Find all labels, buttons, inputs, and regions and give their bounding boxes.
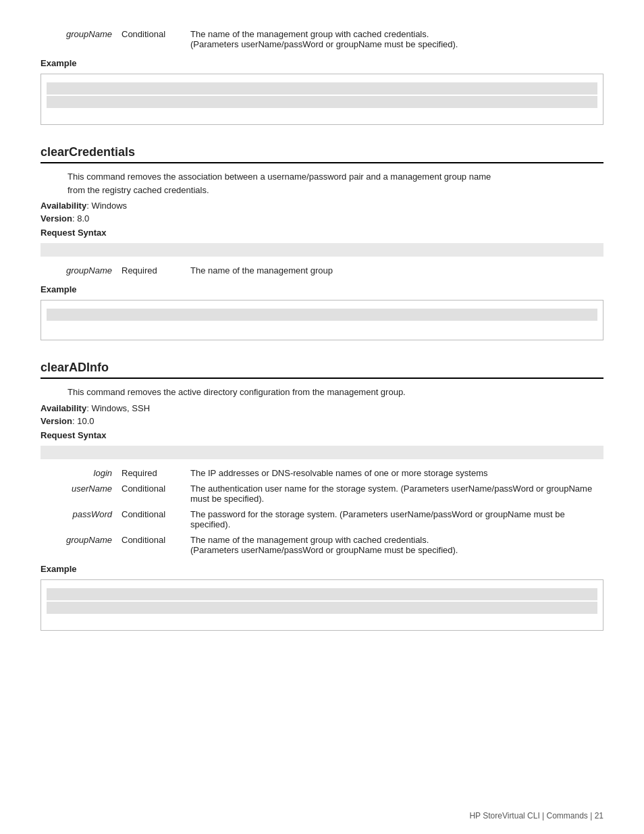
table-row: passWord Conditional The password for th… bbox=[42, 507, 602, 531]
example-row-1 bbox=[47, 82, 597, 95]
example-box-inner-cc bbox=[41, 301, 603, 340]
clearCredentials-param-table: groupName Required The name of the manag… bbox=[41, 262, 603, 279]
param-type: Conditional bbox=[117, 27, 185, 51]
example-row-ad-2 bbox=[47, 602, 597, 614]
param-name-username: userName bbox=[42, 481, 116, 506]
clearCredentials-example-box bbox=[41, 300, 603, 340]
clearADInfo-section: clearADInfo This command removes the act… bbox=[41, 361, 603, 631]
param-desc-username: The authentication user name for the sto… bbox=[186, 481, 602, 506]
top-param-table: groupName Conditional The name of the ma… bbox=[41, 26, 603, 53]
table-row: groupName Required The name of the manag… bbox=[42, 263, 602, 278]
clearCredentials-heading: clearCredentials bbox=[41, 145, 603, 163]
param-name: groupName bbox=[42, 263, 116, 278]
table-row: login Required The IP addresses or DNS-r… bbox=[42, 466, 602, 480]
clearADInfo-param-table-wrapper: login Required The IP addresses or DNS-r… bbox=[41, 465, 603, 558]
param-name-login: login bbox=[42, 466, 116, 480]
availability-label: Availability bbox=[41, 201, 86, 211]
param-desc-groupname: The name of the management group with ca… bbox=[186, 533, 602, 557]
clearCredentials-example-label: Example bbox=[41, 284, 603, 294]
clearADInfo-heading: clearADInfo bbox=[41, 361, 603, 379]
param-desc: The name of the management group bbox=[186, 263, 602, 278]
param-type-groupname: Conditional bbox=[117, 533, 185, 557]
example-box-inner bbox=[41, 74, 603, 124]
param-type-login: Required bbox=[117, 466, 185, 480]
example-row-2 bbox=[47, 96, 597, 108]
param-desc: The name of the management group with ca… bbox=[186, 27, 602, 51]
param-type: Required bbox=[117, 263, 185, 278]
param-type-password: Conditional bbox=[117, 507, 185, 531]
clearCredentials-param-table-wrapper: groupName Required The name of the manag… bbox=[41, 262, 603, 279]
table-row: groupName Conditional The name of the ma… bbox=[42, 533, 602, 557]
example-box-top bbox=[41, 74, 603, 125]
clearADInfo-availability-label: Availability bbox=[41, 403, 86, 413]
clearADInfo-version-label: Version bbox=[41, 416, 72, 426]
example-spacer-cc bbox=[47, 322, 597, 333]
example-box-inner-ad bbox=[41, 580, 603, 630]
example-row-cc-1 bbox=[47, 309, 597, 321]
clearADInfo-version: Version: 10.0 bbox=[41, 416, 603, 426]
param-name-groupname: groupName bbox=[42, 533, 116, 557]
clearCredentials-request-syntax-label: Request Syntax bbox=[41, 228, 603, 238]
clearADInfo-example-label: Example bbox=[41, 564, 603, 574]
top-section: groupName Conditional The name of the ma… bbox=[41, 26, 603, 125]
table-row: groupName Conditional The name of the ma… bbox=[42, 27, 602, 51]
clearADInfo-availability: Availability: Windows, SSH bbox=[41, 403, 603, 413]
clearCredentials-section: clearCredentials This command removes th… bbox=[41, 145, 603, 340]
example-spacer bbox=[47, 109, 597, 118]
clearADInfo-request-syntax-label: Request Syntax bbox=[41, 430, 603, 440]
clearADInfo-desc: This command removes the active director… bbox=[68, 386, 603, 399]
param-type-username: Conditional bbox=[117, 481, 185, 506]
clearADInfo-example-box bbox=[41, 579, 603, 631]
param-desc-password: The password for the storage system. (Pa… bbox=[186, 507, 602, 531]
footer: HP StoreVirtual CLI | Commands | 21 bbox=[469, 811, 603, 820]
clearCredentials-availability: Availability: Windows bbox=[41, 201, 603, 211]
table-row: userName Conditional The authentication … bbox=[42, 481, 602, 506]
clearADInfo-param-table: login Required The IP addresses or DNS-r… bbox=[41, 465, 603, 558]
example-label-top: Example bbox=[41, 58, 603, 68]
clearADInfo-syntax-bar bbox=[41, 446, 603, 459]
param-name-password: passWord bbox=[42, 507, 116, 531]
param-desc-login: The IP addresses or DNS-resolvable names… bbox=[186, 466, 602, 480]
clearCredentials-desc: This command removes the association bet… bbox=[68, 170, 603, 197]
example-spacer-ad bbox=[47, 615, 597, 623]
example-row-ad-1 bbox=[47, 588, 597, 600]
param-name: groupName bbox=[42, 27, 116, 51]
version-label: Version bbox=[41, 213, 72, 224]
clearCredentials-version: Version: 8.0 bbox=[41, 213, 603, 224]
syntax-bar bbox=[41, 243, 603, 257]
